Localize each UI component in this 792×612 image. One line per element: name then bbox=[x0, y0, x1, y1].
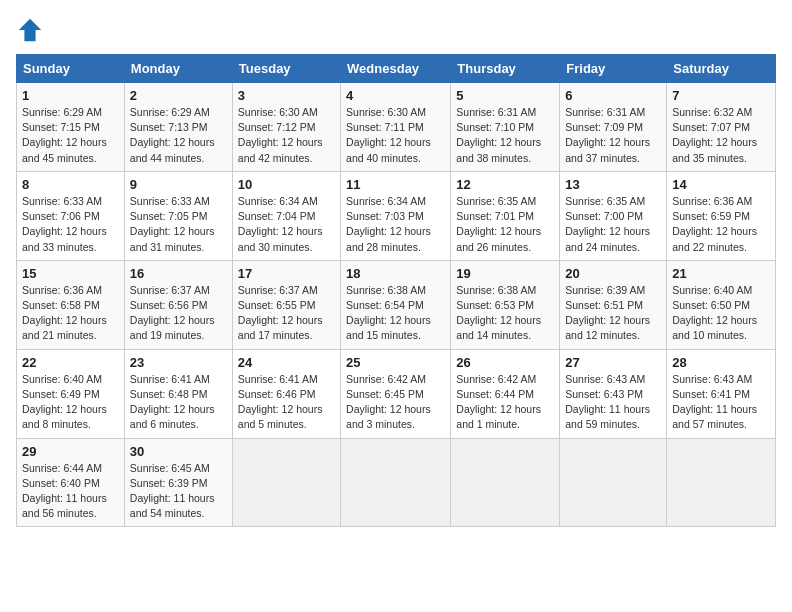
day-number: 14 bbox=[672, 177, 770, 192]
day-detail: Sunrise: 6:35 AMSunset: 7:00 PMDaylight:… bbox=[565, 195, 650, 253]
calendar-cell: 13Sunrise: 6:35 AMSunset: 7:00 PMDayligh… bbox=[560, 171, 667, 260]
day-detail: Sunrise: 6:42 AMSunset: 6:45 PMDaylight:… bbox=[346, 373, 431, 431]
day-number: 26 bbox=[456, 355, 554, 370]
day-detail: Sunrise: 6:33 AMSunset: 7:05 PMDaylight:… bbox=[130, 195, 215, 253]
day-detail: Sunrise: 6:31 AMSunset: 7:09 PMDaylight:… bbox=[565, 106, 650, 164]
day-detail: Sunrise: 6:34 AMSunset: 7:03 PMDaylight:… bbox=[346, 195, 431, 253]
day-detail: Sunrise: 6:37 AMSunset: 6:55 PMDaylight:… bbox=[238, 284, 323, 342]
day-number: 18 bbox=[346, 266, 445, 281]
col-header-sunday: Sunday bbox=[17, 55, 125, 83]
day-detail: Sunrise: 6:29 AMSunset: 7:13 PMDaylight:… bbox=[130, 106, 215, 164]
calendar-cell: 11Sunrise: 6:34 AMSunset: 7:03 PMDayligh… bbox=[341, 171, 451, 260]
day-detail: Sunrise: 6:37 AMSunset: 6:56 PMDaylight:… bbox=[130, 284, 215, 342]
calendar-cell: 29Sunrise: 6:44 AMSunset: 6:40 PMDayligh… bbox=[17, 438, 125, 527]
day-number: 3 bbox=[238, 88, 335, 103]
calendar-cell: 6Sunrise: 6:31 AMSunset: 7:09 PMDaylight… bbox=[560, 83, 667, 172]
calendar-cell: 24Sunrise: 6:41 AMSunset: 6:46 PMDayligh… bbox=[232, 349, 340, 438]
day-number: 22 bbox=[22, 355, 119, 370]
calendar-cell: 5Sunrise: 6:31 AMSunset: 7:10 PMDaylight… bbox=[451, 83, 560, 172]
calendar-cell: 10Sunrise: 6:34 AMSunset: 7:04 PMDayligh… bbox=[232, 171, 340, 260]
day-number: 11 bbox=[346, 177, 445, 192]
calendar-cell: 20Sunrise: 6:39 AMSunset: 6:51 PMDayligh… bbox=[560, 260, 667, 349]
day-detail: Sunrise: 6:35 AMSunset: 7:01 PMDaylight:… bbox=[456, 195, 541, 253]
calendar-cell: 16Sunrise: 6:37 AMSunset: 6:56 PMDayligh… bbox=[124, 260, 232, 349]
day-number: 24 bbox=[238, 355, 335, 370]
calendar-week-3: 15Sunrise: 6:36 AMSunset: 6:58 PMDayligh… bbox=[17, 260, 776, 349]
day-detail: Sunrise: 6:34 AMSunset: 7:04 PMDaylight:… bbox=[238, 195, 323, 253]
calendar-cell: 21Sunrise: 6:40 AMSunset: 6:50 PMDayligh… bbox=[667, 260, 776, 349]
day-detail: Sunrise: 6:29 AMSunset: 7:15 PMDaylight:… bbox=[22, 106, 107, 164]
day-number: 17 bbox=[238, 266, 335, 281]
col-header-saturday: Saturday bbox=[667, 55, 776, 83]
col-header-tuesday: Tuesday bbox=[232, 55, 340, 83]
calendar-cell: 15Sunrise: 6:36 AMSunset: 6:58 PMDayligh… bbox=[17, 260, 125, 349]
day-number: 5 bbox=[456, 88, 554, 103]
calendar-cell bbox=[341, 438, 451, 527]
day-detail: Sunrise: 6:42 AMSunset: 6:44 PMDaylight:… bbox=[456, 373, 541, 431]
calendar-week-4: 22Sunrise: 6:40 AMSunset: 6:49 PMDayligh… bbox=[17, 349, 776, 438]
calendar-cell bbox=[451, 438, 560, 527]
calendar-cell: 4Sunrise: 6:30 AMSunset: 7:11 PMDaylight… bbox=[341, 83, 451, 172]
day-number: 21 bbox=[672, 266, 770, 281]
col-header-wednesday: Wednesday bbox=[341, 55, 451, 83]
day-detail: Sunrise: 6:40 AMSunset: 6:49 PMDaylight:… bbox=[22, 373, 107, 431]
calendar-cell: 14Sunrise: 6:36 AMSunset: 6:59 PMDayligh… bbox=[667, 171, 776, 260]
calendar-cell bbox=[232, 438, 340, 527]
calendar-week-1: 1Sunrise: 6:29 AMSunset: 7:15 PMDaylight… bbox=[17, 83, 776, 172]
logo-icon bbox=[16, 16, 44, 44]
calendar-cell: 18Sunrise: 6:38 AMSunset: 6:54 PMDayligh… bbox=[341, 260, 451, 349]
calendar-cell: 22Sunrise: 6:40 AMSunset: 6:49 PMDayligh… bbox=[17, 349, 125, 438]
calendar-cell: 28Sunrise: 6:43 AMSunset: 6:41 PMDayligh… bbox=[667, 349, 776, 438]
day-detail: Sunrise: 6:41 AMSunset: 6:46 PMDaylight:… bbox=[238, 373, 323, 431]
calendar-cell: 19Sunrise: 6:38 AMSunset: 6:53 PMDayligh… bbox=[451, 260, 560, 349]
calendar-week-2: 8Sunrise: 6:33 AMSunset: 7:06 PMDaylight… bbox=[17, 171, 776, 260]
day-detail: Sunrise: 6:41 AMSunset: 6:48 PMDaylight:… bbox=[130, 373, 215, 431]
col-header-friday: Friday bbox=[560, 55, 667, 83]
calendar-cell: 1Sunrise: 6:29 AMSunset: 7:15 PMDaylight… bbox=[17, 83, 125, 172]
day-detail: Sunrise: 6:45 AMSunset: 6:39 PMDaylight:… bbox=[130, 462, 215, 520]
day-number: 28 bbox=[672, 355, 770, 370]
day-number: 19 bbox=[456, 266, 554, 281]
day-number: 4 bbox=[346, 88, 445, 103]
calendar-cell: 9Sunrise: 6:33 AMSunset: 7:05 PMDaylight… bbox=[124, 171, 232, 260]
calendar-table: SundayMondayTuesdayWednesdayThursdayFrid… bbox=[16, 54, 776, 527]
calendar-cell: 25Sunrise: 6:42 AMSunset: 6:45 PMDayligh… bbox=[341, 349, 451, 438]
calendar-cell: 2Sunrise: 6:29 AMSunset: 7:13 PMDaylight… bbox=[124, 83, 232, 172]
day-detail: Sunrise: 6:30 AMSunset: 7:12 PMDaylight:… bbox=[238, 106, 323, 164]
day-detail: Sunrise: 6:43 AMSunset: 6:43 PMDaylight:… bbox=[565, 373, 650, 431]
calendar-week-5: 29Sunrise: 6:44 AMSunset: 6:40 PMDayligh… bbox=[17, 438, 776, 527]
col-header-monday: Monday bbox=[124, 55, 232, 83]
calendar-cell: 30Sunrise: 6:45 AMSunset: 6:39 PMDayligh… bbox=[124, 438, 232, 527]
calendar-cell: 12Sunrise: 6:35 AMSunset: 7:01 PMDayligh… bbox=[451, 171, 560, 260]
day-number: 20 bbox=[565, 266, 661, 281]
day-number: 12 bbox=[456, 177, 554, 192]
day-number: 8 bbox=[22, 177, 119, 192]
calendar-cell: 23Sunrise: 6:41 AMSunset: 6:48 PMDayligh… bbox=[124, 349, 232, 438]
day-detail: Sunrise: 6:44 AMSunset: 6:40 PMDaylight:… bbox=[22, 462, 107, 520]
day-number: 13 bbox=[565, 177, 661, 192]
calendar-cell: 8Sunrise: 6:33 AMSunset: 7:06 PMDaylight… bbox=[17, 171, 125, 260]
svg-marker-0 bbox=[19, 19, 41, 41]
day-detail: Sunrise: 6:36 AMSunset: 6:58 PMDaylight:… bbox=[22, 284, 107, 342]
calendar-cell: 3Sunrise: 6:30 AMSunset: 7:12 PMDaylight… bbox=[232, 83, 340, 172]
logo bbox=[16, 16, 46, 44]
day-number: 23 bbox=[130, 355, 227, 370]
day-number: 15 bbox=[22, 266, 119, 281]
day-number: 1 bbox=[22, 88, 119, 103]
day-detail: Sunrise: 6:38 AMSunset: 6:54 PMDaylight:… bbox=[346, 284, 431, 342]
day-number: 29 bbox=[22, 444, 119, 459]
day-detail: Sunrise: 6:38 AMSunset: 6:53 PMDaylight:… bbox=[456, 284, 541, 342]
day-detail: Sunrise: 6:36 AMSunset: 6:59 PMDaylight:… bbox=[672, 195, 757, 253]
day-number: 2 bbox=[130, 88, 227, 103]
page-header bbox=[16, 16, 776, 44]
calendar-cell: 7Sunrise: 6:32 AMSunset: 7:07 PMDaylight… bbox=[667, 83, 776, 172]
day-detail: Sunrise: 6:40 AMSunset: 6:50 PMDaylight:… bbox=[672, 284, 757, 342]
day-detail: Sunrise: 6:31 AMSunset: 7:10 PMDaylight:… bbox=[456, 106, 541, 164]
calendar-cell: 26Sunrise: 6:42 AMSunset: 6:44 PMDayligh… bbox=[451, 349, 560, 438]
day-number: 7 bbox=[672, 88, 770, 103]
day-number: 27 bbox=[565, 355, 661, 370]
day-detail: Sunrise: 6:33 AMSunset: 7:06 PMDaylight:… bbox=[22, 195, 107, 253]
day-number: 16 bbox=[130, 266, 227, 281]
day-number: 6 bbox=[565, 88, 661, 103]
day-number: 25 bbox=[346, 355, 445, 370]
